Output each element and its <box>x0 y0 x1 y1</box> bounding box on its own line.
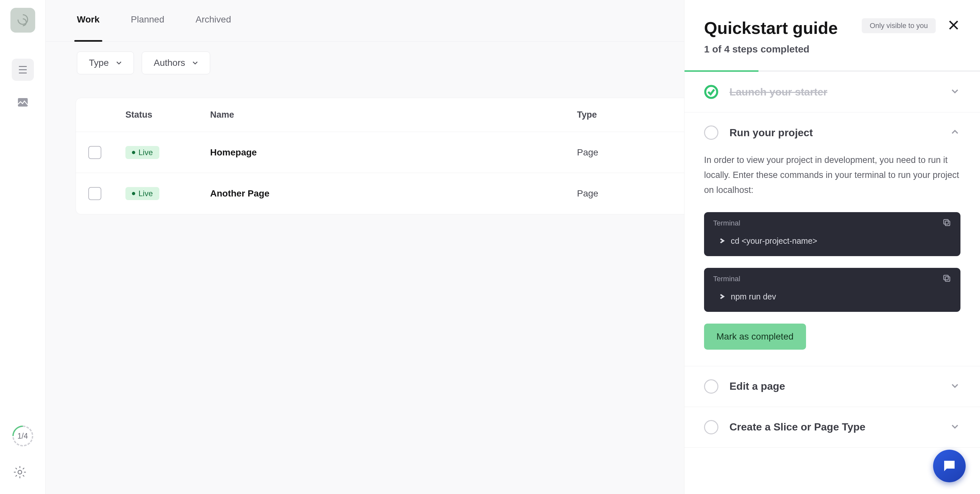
svg-point-4 <box>18 470 22 474</box>
terminal-label: Terminal <box>713 275 740 283</box>
step-bullet <box>704 126 718 140</box>
filter-bar: Type Authors <box>46 42 684 84</box>
panel-header-right: Only visible to you <box>862 18 961 33</box>
progress-track <box>684 70 980 72</box>
row-checkbox[interactable] <box>88 146 101 159</box>
table-row[interactable]: Live Another Page Page <box>76 173 714 214</box>
table-row[interactable]: Live Homepage Page <box>76 132 714 173</box>
filter-authors[interactable]: Authors <box>142 51 210 74</box>
th-status: Status <box>126 110 210 120</box>
chevron-down-icon <box>115 59 123 67</box>
chevron-down-icon <box>191 59 199 67</box>
chevron-up-icon <box>950 126 961 139</box>
svg-rect-10 <box>945 277 950 281</box>
filter-authors-label: Authors <box>154 58 185 68</box>
step-launch-starter: Launch your starter <box>684 72 980 112</box>
panel-title: Quickstart guide <box>704 18 838 38</box>
tab-planned[interactable]: Planned <box>131 0 164 42</box>
progress-fraction: 1/4 <box>18 432 28 441</box>
documents-table: Status Name Type Live Homepage Page Live… <box>76 98 714 214</box>
step-toggle[interactable]: Launch your starter <box>684 72 980 112</box>
terminal-command: npm run dev <box>704 287 961 312</box>
close-button[interactable] <box>947 18 961 33</box>
filter-type-label: Type <box>89 58 109 68</box>
terminal-block-2: Terminal npm run dev <box>704 268 961 312</box>
table-header-row: Status Name Type <box>76 98 714 132</box>
check-icon <box>704 85 718 99</box>
steps-list: Launch your starter Run your project In … <box>684 72 980 494</box>
chevron-down-icon <box>950 86 961 98</box>
status-badge: Live <box>126 187 159 200</box>
row-name: Another Page <box>210 188 577 199</box>
svg-rect-8 <box>945 221 950 225</box>
chevron-down-icon <box>950 380 961 393</box>
step-toggle[interactable]: Edit a page <box>684 366 980 407</box>
step-edit-page: Edit a page <box>684 366 980 407</box>
app-logo[interactable] <box>10 8 35 33</box>
panel-header: Quickstart guide Only visible to you <box>684 0 980 44</box>
svg-rect-11 <box>944 275 948 280</box>
prompt-icon <box>719 236 725 246</box>
terminal-block-1: Terminal cd <your-project-name> <box>704 212 961 256</box>
chevron-down-icon <box>950 421 961 433</box>
sidebar-nav-documents[interactable] <box>12 59 34 81</box>
step-bullet <box>704 379 718 394</box>
step-title: Launch your starter <box>729 86 938 98</box>
terminal-command: cd <your-project-name> <box>704 232 961 256</box>
step-bullet <box>704 420 718 434</box>
progress-fill <box>684 70 759 72</box>
command-text: cd <your-project-name> <box>731 236 817 246</box>
row-checkbox[interactable] <box>88 187 101 200</box>
step-run-project: Run your project In order to view your p… <box>684 112 980 366</box>
row-name: Homepage <box>210 147 577 158</box>
sidebar-bottom-group: 1/4 <box>13 425 33 481</box>
sidebar-nav-media[interactable] <box>12 91 34 113</box>
terminal-label: Terminal <box>713 219 740 228</box>
step-create-slice: Create a Slice or Page Type <box>684 407 980 448</box>
copy-button[interactable] <box>942 218 951 228</box>
copy-icon <box>942 274 951 283</box>
th-name: Name <box>210 110 577 120</box>
mark-completed-button[interactable]: Mark as completed <box>704 323 806 350</box>
step-body: In order to view your project in develop… <box>684 153 980 366</box>
panel-subtitle: 1 of 4 steps completed <box>684 44 980 70</box>
chat-icon <box>942 458 957 474</box>
sidebar-nav-settings[interactable] <box>13 465 33 481</box>
step-toggle[interactable]: Run your project <box>684 112 980 153</box>
step-title: Run your project <box>729 127 938 139</box>
step-description: In order to view your project in develop… <box>704 153 961 198</box>
quickstart-panel: Quickstart guide Only visible to you 1 o… <box>684 0 980 494</box>
step-title: Edit a page <box>729 380 938 392</box>
chat-fab[interactable] <box>933 450 966 482</box>
left-sidebar: 1/4 <box>0 0 46 494</box>
visibility-pill: Only visible to you <box>862 18 936 33</box>
tab-archived[interactable]: Archived <box>196 0 231 42</box>
tab-work[interactable]: Work <box>77 0 100 42</box>
command-text: npm run dev <box>731 292 776 301</box>
step-title: Create a Slice or Page Type <box>729 421 938 433</box>
copy-button[interactable] <box>942 274 951 284</box>
filter-type[interactable]: Type <box>77 51 134 74</box>
status-badge: Live <box>126 146 159 159</box>
onboarding-progress-ring[interactable]: 1/4 <box>13 425 33 446</box>
step-toggle[interactable]: Create a Slice or Page Type <box>684 407 980 448</box>
copy-icon <box>942 218 951 227</box>
svg-rect-9 <box>944 219 948 224</box>
close-icon <box>947 18 961 32</box>
prompt-icon <box>719 292 725 301</box>
